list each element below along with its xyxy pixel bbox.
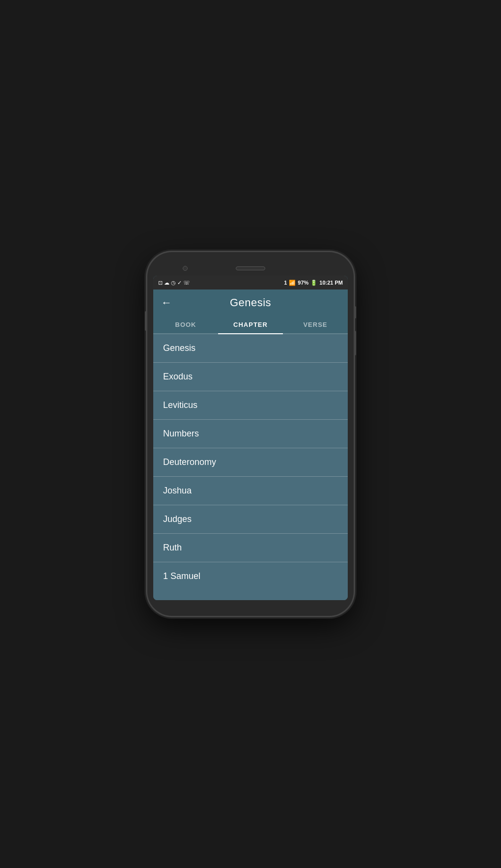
list-item-genesis[interactable]: Genesis xyxy=(153,334,348,363)
phone-bottom xyxy=(153,600,348,609)
list-item-numbers[interactable]: Numbers xyxy=(153,420,348,448)
volume-button xyxy=(145,311,147,331)
list-item-joshua[interactable]: Joshua xyxy=(153,477,348,505)
tab-verse[interactable]: VERSE xyxy=(283,316,348,333)
book-list: Genesis Exodus Leviticus Numbers Deutero… xyxy=(153,334,348,600)
list-item-exodus[interactable]: Exodus xyxy=(153,363,348,391)
screenshot-icon: ⊡ xyxy=(158,280,163,286)
phone-screen: ⊡ ☁ ◷ ✓ ☏ 1 📶 97% 🔋 10:21 PM ← Genesis B… xyxy=(153,276,348,600)
speaker-grille xyxy=(236,266,265,270)
time-display: 10:21 PM xyxy=(319,280,343,286)
status-icons: ⊡ ☁ ◷ ✓ ☏ xyxy=(158,280,190,286)
app-header: ← Genesis xyxy=(153,289,348,316)
page-title: Genesis xyxy=(230,296,271,309)
list-item-judges[interactable]: Judges xyxy=(153,505,348,534)
status-right: 1 📶 97% 🔋 10:21 PM xyxy=(284,280,343,286)
phone-top-bar xyxy=(153,261,348,276)
clock-icon: ◷ xyxy=(171,280,176,286)
check-icon: ✓ xyxy=(177,280,182,286)
list-item-1samuel[interactable]: 1 Samuel xyxy=(153,562,348,582)
list-item-ruth[interactable]: Ruth xyxy=(153,534,348,562)
cloud-icon: ☁ xyxy=(164,280,169,286)
phone-icon: ☏ xyxy=(183,280,190,286)
status-bar: ⊡ ☁ ◷ ✓ ☏ 1 📶 97% 🔋 10:21 PM xyxy=(153,276,348,289)
power-button-bottom xyxy=(354,331,356,355)
list-item-leviticus[interactable]: Leviticus xyxy=(153,391,348,420)
list-item-deuteronomy[interactable]: Deuteronomy xyxy=(153,448,348,477)
sim-number: 1 xyxy=(284,280,287,286)
power-button-top xyxy=(354,306,356,318)
front-camera xyxy=(183,266,188,271)
tab-chapter[interactable]: CHAPTER xyxy=(218,316,283,333)
tab-bar: BOOK CHAPTER VERSE xyxy=(153,316,348,334)
tab-book[interactable]: BOOK xyxy=(153,316,218,333)
signal-icon: 📶 xyxy=(289,280,296,286)
battery-icon: 🔋 xyxy=(310,280,317,286)
back-button[interactable]: ← xyxy=(161,296,172,309)
battery-text: 97% xyxy=(298,280,308,286)
phone-device: ⊡ ☁ ◷ ✓ ☏ 1 📶 97% 🔋 10:21 PM ← Genesis B… xyxy=(147,252,354,616)
